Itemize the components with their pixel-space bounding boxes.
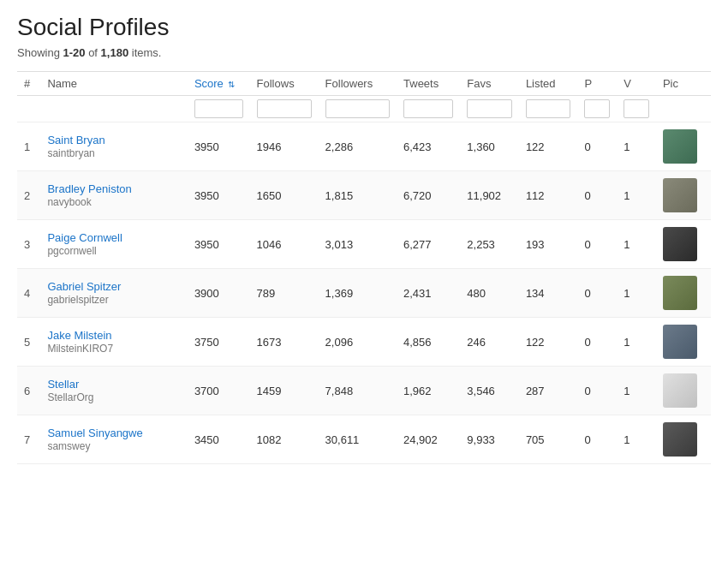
- cell-name: Gabriel Spitzer gabrielspitzer: [40, 269, 187, 318]
- cell-v: 1: [617, 318, 656, 367]
- filter-followers-input[interactable]: [325, 99, 390, 118]
- user-name-link[interactable]: Paige Cornwell: [47, 231, 180, 244]
- user-name-link[interactable]: Gabriel Spitzer: [47, 280, 180, 293]
- cell-pic: [656, 269, 711, 318]
- cell-follows: 789: [250, 269, 319, 318]
- filter-favs-input[interactable]: [467, 99, 512, 118]
- col-name: Name: [40, 72, 187, 96]
- filter-rank: [17, 96, 40, 122]
- filter-follows: [250, 96, 319, 122]
- cell-followers: 30,611: [319, 415, 397, 464]
- cell-follows: 1650: [250, 171, 319, 220]
- cell-favs: 11,902: [460, 171, 519, 220]
- cell-name: Samuel Sinyangwe samswey: [40, 415, 187, 464]
- cell-follows: 1459: [250, 367, 319, 415]
- cell-rank: 6: [17, 367, 40, 415]
- filter-score-input[interactable]: [194, 99, 243, 118]
- cell-score: 3450: [188, 415, 250, 464]
- filter-followers: [319, 96, 397, 122]
- cell-rank: 2: [17, 171, 40, 220]
- table-row: 2 Bradley Peniston navybook 3950 1650 1,…: [17, 171, 711, 220]
- cell-pic: [656, 122, 711, 171]
- cell-favs: 1,360: [460, 122, 519, 171]
- col-follows: Follows: [250, 72, 319, 96]
- cell-pic: [656, 318, 711, 367]
- filter-pic: [656, 96, 711, 122]
- cell-p: 0: [577, 220, 617, 269]
- user-handle: gabrielspitzer: [47, 294, 108, 306]
- cell-score: 3900: [188, 269, 250, 318]
- cell-listed: 122: [519, 122, 578, 171]
- table-row: 1 Saint Bryan saintbryan 3950 1946 2,286…: [17, 122, 711, 171]
- cell-pic: [656, 415, 711, 464]
- profiles-table: # Name Score ⇅ Follows Followers Tweets …: [17, 71, 711, 464]
- user-name-link[interactable]: Stellar: [47, 378, 180, 391]
- cell-follows: 1046: [250, 220, 319, 269]
- cell-rank: 1: [17, 122, 40, 171]
- cell-listed: 112: [519, 171, 578, 220]
- cell-pic: [656, 367, 711, 415]
- col-listed: Listed: [519, 72, 578, 96]
- cell-score: 3950: [188, 171, 250, 220]
- filter-v: [617, 96, 656, 122]
- cell-pic: [656, 171, 711, 220]
- cell-listed: 134: [519, 269, 578, 318]
- avatar: [663, 276, 697, 310]
- col-pic: Pic: [656, 72, 711, 96]
- table-row: 7 Samuel Sinyangwe samswey 3450 1082 30,…: [17, 415, 711, 464]
- cell-rank: 7: [17, 415, 40, 464]
- filter-favs: [460, 96, 519, 122]
- cell-name: Saint Bryan saintbryan: [40, 122, 187, 171]
- col-favs: Favs: [460, 72, 519, 96]
- cell-tweets: 1,962: [397, 367, 460, 415]
- cell-tweets: 2,431: [397, 269, 460, 318]
- cell-p: 0: [577, 367, 617, 415]
- user-name-link[interactable]: Saint Bryan: [47, 134, 180, 146]
- col-p: P: [577, 72, 617, 96]
- cell-favs: 480: [460, 269, 519, 318]
- cell-v: 1: [617, 269, 656, 318]
- cell-tweets: 6,720: [397, 171, 460, 220]
- user-name-link[interactable]: Jake Milstein: [47, 329, 180, 342]
- cell-name: Paige Cornwell pgcornwell: [40, 220, 187, 269]
- filter-listed-input[interactable]: [526, 99, 571, 118]
- cell-v: 1: [617, 367, 656, 415]
- cell-score: 3750: [188, 318, 250, 367]
- avatar: [663, 373, 697, 408]
- cell-favs: 3,546: [460, 367, 519, 415]
- cell-score: 3950: [188, 122, 250, 171]
- filter-row: [17, 96, 711, 122]
- table-row: 5 Jake Milstein MilsteinKIRO7 3750 1673 …: [17, 318, 711, 367]
- cell-follows: 1946: [250, 122, 319, 171]
- cell-score: 3950: [188, 220, 250, 269]
- cell-p: 0: [577, 415, 617, 464]
- user-name-link[interactable]: Bradley Peniston: [47, 182, 180, 195]
- filter-tweets-input[interactable]: [403, 99, 453, 118]
- col-score[interactable]: Score ⇅: [188, 72, 250, 96]
- cell-v: 1: [617, 415, 656, 464]
- filter-follows-input[interactable]: [257, 99, 312, 118]
- filter-v-input[interactable]: [624, 99, 649, 118]
- cell-v: 1: [617, 122, 656, 171]
- cell-followers: 3,013: [319, 220, 397, 269]
- cell-tweets: 6,423: [397, 122, 460, 171]
- cell-rank: 4: [17, 269, 40, 318]
- filter-score: [188, 96, 250, 122]
- item-count: Showing 1-20 of 1,180 items.: [17, 46, 711, 59]
- cell-tweets: 24,902: [397, 415, 460, 464]
- user-name-link[interactable]: Samuel Sinyangwe: [47, 427, 180, 439]
- user-handle: samswey: [47, 440, 90, 452]
- cell-pic: [656, 220, 711, 269]
- cell-v: 1: [617, 171, 656, 220]
- filter-p-input[interactable]: [584, 99, 610, 118]
- cell-listed: 705: [519, 415, 578, 464]
- col-followers: Followers: [319, 72, 397, 96]
- filter-p: [577, 96, 617, 122]
- col-v: V: [617, 72, 656, 96]
- cell-name: Bradley Peniston navybook: [40, 171, 187, 220]
- table-row: 3 Paige Cornwell pgcornwell 3950 1046 3,…: [17, 220, 711, 269]
- avatar: [663, 325, 697, 359]
- user-handle: MilsteinKIRO7: [47, 343, 113, 355]
- cell-favs: 9,933: [460, 415, 519, 464]
- col-rank: #: [17, 72, 40, 96]
